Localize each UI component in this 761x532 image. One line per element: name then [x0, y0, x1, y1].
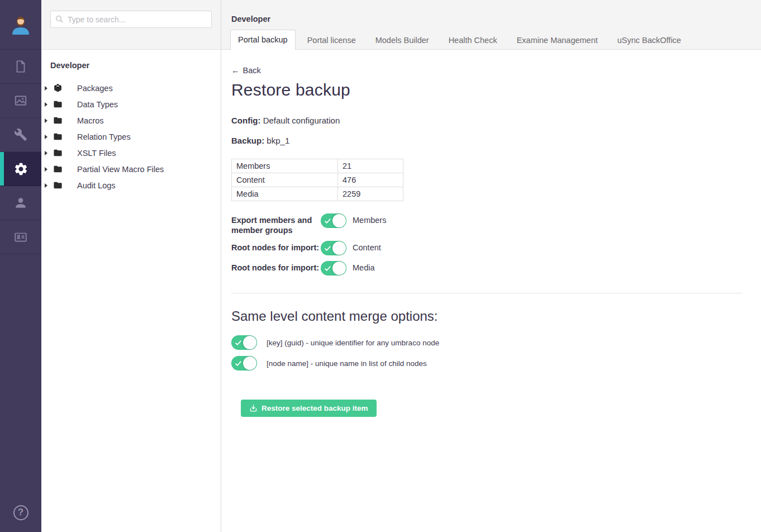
tree-item-label: Audit Logs [77, 181, 116, 190]
tab-models-builder[interactable]: Models Builder [368, 30, 437, 50]
toggle-row-label: Root nodes for import: [231, 261, 321, 273]
section-settings[interactable] [0, 118, 41, 152]
user-avatar-button[interactable] [0, 0, 41, 50]
merge-option-node-name: [node name] - unique name in list of chi… [231, 356, 751, 370]
backup-value: bkp_1 [267, 136, 289, 145]
tree-item-macros[interactable]: Macros [41, 112, 221, 129]
merge-options-heading: Same level content merge options: [231, 308, 751, 324]
tree-item-relation-types[interactable]: Relation Types [41, 129, 221, 145]
folder-icon [53, 132, 63, 141]
caret-right-icon[interactable] [45, 102, 47, 107]
restore-icon [249, 404, 258, 412]
caret-right-icon[interactable] [45, 118, 47, 123]
table-row: Content 476 [232, 173, 403, 187]
back-link[interactable]: ← Back [231, 66, 261, 75]
caret-right-icon[interactable] [45, 167, 47, 172]
config-label: Config: [231, 116, 260, 125]
help-icon: ? [13, 505, 28, 520]
node-name-toggle[interactable] [231, 356, 257, 370]
tab-portal-license[interactable]: Portal license [299, 30, 364, 50]
section-media[interactable] [0, 84, 41, 118]
app-rail: ? [0, 0, 41, 532]
toggle-row-members: Export members and member groups Members [231, 213, 751, 235]
stat-label: Content [232, 173, 338, 187]
person-icon [13, 196, 28, 210]
restore-backup-panel: ← Back Restore backup Config: Default co… [221, 50, 761, 532]
folder-icon [53, 148, 63, 158]
caret-right-icon[interactable] [45, 86, 47, 91]
stat-label: Media [232, 187, 338, 201]
toggle-row-label: Export members and member groups [231, 213, 321, 235]
config-value: Default configuration [263, 116, 340, 125]
caret-right-icon[interactable] [45, 135, 47, 139]
stat-value: 476 [338, 173, 403, 187]
caret-right-icon[interactable] [45, 151, 47, 155]
tree-item-data-types[interactable]: Data Types [41, 96, 221, 112]
restore-button-label: Restore selected backup item [261, 404, 368, 412]
section-developer[interactable] [0, 152, 41, 186]
tree-section-title: Developer [41, 61, 221, 70]
package-icon [53, 83, 63, 93]
toggle-label: Members [353, 213, 386, 225]
rail-spacer [0, 254, 41, 493]
merge-option-label: [node name] - unique name in list of chi… [267, 359, 427, 368]
toggle-row-media: Root nodes for import: Media [231, 261, 751, 276]
tab-portal-backup[interactable]: Portal backup [230, 30, 296, 50]
merge-option-key-guid: [key] (guid) - unique identifier for any… [231, 335, 751, 350]
tree: Developer Packages Data Types [41, 50, 221, 193]
tree-item-label: Packages [77, 84, 113, 93]
section-members[interactable] [0, 220, 41, 254]
search-area [41, 0, 221, 50]
section-content[interactable] [0, 50, 41, 84]
merge-option-label: [key] (guid) - unique identifier for any… [267, 339, 439, 347]
gear-icon [13, 162, 28, 177]
tree-item-packages[interactable]: Packages [41, 80, 221, 96]
toggle-label: Content [353, 241, 381, 252]
backup-line: Backup: bkp_1 [231, 136, 751, 145]
content-toggle[interactable] [321, 241, 346, 255]
page-section-title: Developer [231, 15, 270, 23]
table-row: Members 21 [232, 159, 403, 173]
tree-item-partial-view-macro-files[interactable]: Partial View Macro Files [41, 161, 221, 177]
backup-stats-table: Members 21 Content 476 Media 2259 [231, 159, 403, 201]
toggle-knob [243, 336, 256, 349]
toggle-knob [332, 262, 346, 275]
tree-item-label: Data Types [77, 100, 118, 109]
tree-item-audit-logs[interactable]: Audit Logs [41, 177, 221, 193]
folder-icon [53, 164, 63, 174]
tree-item-label: Partial View Macro Files [77, 165, 164, 174]
merge-options: [key] (guid) - unique identifier for any… [231, 335, 751, 370]
restore-selected-backup-button[interactable]: Restore selected backup item [241, 400, 377, 417]
key-guid-toggle[interactable] [231, 335, 257, 350]
toggle-knob [332, 214, 346, 227]
help-button[interactable]: ? [0, 493, 41, 532]
user-avatar [10, 13, 31, 36]
tab-examine-management[interactable]: Examine Management [509, 30, 606, 50]
config-line: Config: Default configuration [231, 116, 751, 125]
stat-value: 21 [338, 159, 403, 173]
wrench-icon [14, 128, 27, 141]
table-row: Media 2259 [232, 187, 403, 201]
section-users[interactable] [0, 186, 41, 220]
backup-label: Backup: [231, 136, 264, 145]
tree-item-label: Macros [77, 116, 104, 125]
stat-value: 2259 [338, 187, 403, 201]
folder-icon [53, 116, 63, 125]
document-icon [13, 59, 28, 74]
search-input[interactable] [50, 11, 212, 28]
tab-health-check[interactable]: Health Check [441, 30, 505, 50]
caret-right-icon[interactable] [45, 183, 47, 188]
members-toggle[interactable] [321, 213, 346, 228]
media-toggle[interactable] [321, 261, 346, 276]
toggle-row-label: Root nodes for import: [231, 241, 321, 253]
search-icon [55, 15, 64, 26]
back-link-label: Back [243, 66, 261, 75]
tree-item-label: XSLT Files [77, 149, 116, 158]
id-card-icon [13, 230, 28, 244]
tree-item-xslt-files[interactable]: XSLT Files [41, 145, 221, 161]
toggle-label: Media [353, 261, 375, 272]
tab-usync-backoffice[interactable]: uSync BackOffice [610, 30, 689, 50]
main-area: Developer Portal backup Portal license M… [221, 0, 761, 532]
folder-icon [53, 99, 63, 109]
toggle-row-content: Root nodes for import: Content [231, 241, 751, 255]
